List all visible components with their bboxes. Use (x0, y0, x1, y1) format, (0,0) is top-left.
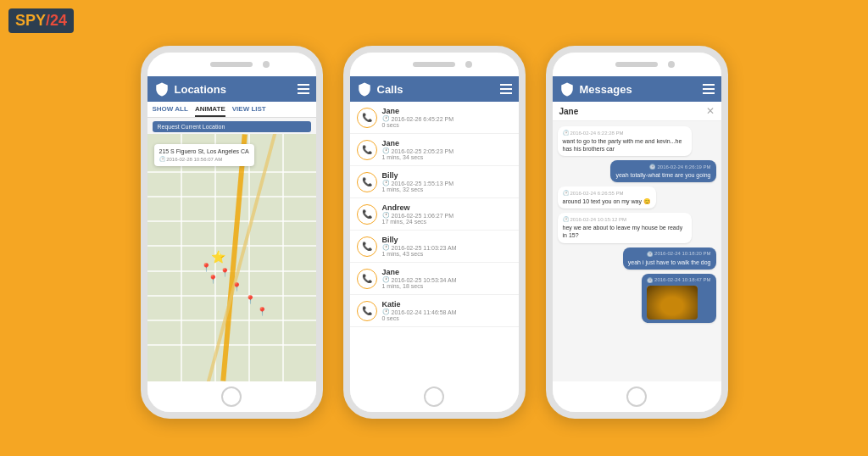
call-item-3[interactable]: 📞 Andrew 🕐2016-02-25 1:06:27 PM 17 mins,… (350, 198, 519, 231)
map-pin-blue-3: 📍 (220, 268, 230, 277)
calls-list: 📞 Jane 🕐2016-02-26 6:45:22 PM 0 secs 📞 J… (350, 102, 519, 381)
msg-text-0: want to go to the party with me and kevi… (563, 137, 687, 153)
camera-3 (668, 61, 675, 68)
call-time-2: 🕐2016-02-25 1:55:13 PM (382, 180, 512, 186)
call-details-4: Billy 🕐2016-02-25 11:03:23 AM 1 mins, 43… (382, 236, 512, 257)
call-time-4: 🕐2016-02-25 11:03:23 AM (382, 244, 512, 251)
phone-screen-2: Calls 📞 Jane 🕐2016-02-26 6:45:22 PM 0 se… (350, 76, 519, 381)
call-icon-5: 📞 (357, 269, 377, 289)
locations-title: Locations (175, 83, 298, 96)
messages-header: Messages (553, 76, 721, 102)
phone-screen-3: Messages Jane ✕ 🕐2016-02-24 6:22:28 PM w… (553, 76, 721, 381)
msg-ts-0: 🕐2016-02-24 6:22:28 PM (563, 130, 687, 136)
map-pin-blue-6: 📍 (257, 307, 267, 316)
locations-header: Locations (147, 76, 316, 102)
call-item-2[interactable]: 📞 Billy 🕐2016-02-25 1:55:13 PM 1 mins, 3… (350, 166, 519, 198)
map-container: 215 S Figuero St, Los Angeles CA 🕐 2016-… (147, 134, 316, 381)
map-timestamp: 2016-02-28 10:56:07 AM (166, 157, 222, 162)
call-item-6[interactable]: 📞 Katie 🕐2016-02-24 11:46:58 AM 0 secs (350, 295, 519, 327)
msg-text-1: yeah totally-what time are you going (615, 171, 710, 179)
phone-bottom-3 (553, 381, 721, 412)
shield-icon-2 (357, 81, 372, 97)
home-button-2[interactable] (424, 386, 444, 407)
call-icon-4: 📞 (357, 236, 377, 257)
call-item-5[interactable]: 📞 Jane 🕐2016-02-25 10:53:34 AM 1 mins, 1… (350, 263, 519, 295)
call-item-4[interactable]: 📞 Billy 🕐2016-02-25 11:03:23 AM 1 mins, … (350, 231, 519, 263)
msg-text-3: hey we are about to leave my house be re… (563, 224, 687, 239)
calls-title: Calls (377, 83, 500, 96)
call-duration-1: 1 mins, 34 secs (382, 154, 512, 160)
hamburger-menu-1[interactable] (298, 84, 309, 94)
msg-bubble-5: 🕐2016-02-24 10:18:47 PM (642, 274, 715, 323)
call-details-1: Jane 🕐2016-02-25 2:05:23 PM 1 mins, 34 s… (382, 139, 512, 160)
msg-bubble-2: 🕐2016-02-24 6:26:55 PM around 10 text yo… (558, 186, 656, 209)
tab-view-list[interactable]: VIEW LIST (232, 105, 266, 117)
call-time-0: 🕐2016-02-26 6:45:22 PM (382, 115, 512, 122)
calls-header: Calls (350, 76, 519, 102)
phone-top-3 (553, 53, 721, 76)
camera-2 (465, 61, 472, 68)
call-details-6: Katie 🕐2016-02-24 11:46:58 AM 0 secs (382, 300, 512, 321)
request-location-btn[interactable]: Request Current Location (153, 121, 311, 132)
phone-locations: Locations SHOW ALL ANIMATE VIEW LIST Req… (141, 46, 323, 419)
call-icon-1: 📞 (357, 140, 377, 160)
msg-contact-bar: Jane ✕ (553, 102, 721, 121)
call-item-0[interactable]: 📞 Jane 🕐2016-02-26 6:45:22 PM 0 secs (350, 102, 519, 134)
call-name-5: Jane (382, 268, 512, 276)
map-pin-blue-1: 📍 (201, 263, 211, 272)
call-time-3: 🕐2016-02-25 1:06:27 PM (382, 212, 512, 219)
msg-bubble-1: 🕐2016-02-24 6:26:19 PM yeah totally-what… (610, 160, 715, 182)
msg-text-2: around 10 text you on my way 😊 (563, 197, 651, 205)
hamburger-menu-2[interactable] (500, 84, 512, 94)
shield-icon-1 (154, 81, 170, 97)
phone-bottom-1 (147, 381, 316, 412)
call-name-2: Billy (382, 171, 512, 180)
call-time-5: 🕐2016-02-25 10:53:34 AM (382, 276, 512, 283)
camera-1 (263, 61, 270, 68)
call-name-6: Katie (382, 300, 512, 309)
call-duration-4: 1 mins, 43 secs (382, 251, 512, 257)
call-name-1: Jane (382, 139, 512, 147)
map-pin-blue-5: 📍 (245, 295, 255, 304)
messages-title: Messages (580, 83, 703, 96)
msg-ts-4: 🕐2016-02-24 10:18:20 PM (628, 251, 711, 257)
call-duration-5: 1 mins, 18 secs (382, 283, 512, 289)
call-details-0: Jane 🕐2016-02-26 6:45:22 PM 0 secs (382, 107, 512, 128)
call-duration-2: 1 mins, 32 secs (382, 186, 512, 192)
msg-dog-image (647, 286, 698, 320)
shield-icon-3 (559, 81, 575, 97)
call-item-1[interactable]: 📞 Jane 🕐2016-02-25 2:05:23 PM 1 mins, 34… (350, 134, 519, 166)
call-name-0: Jane (382, 107, 512, 115)
home-button-3[interactable] (626, 386, 647, 407)
call-time-6: 🕐2016-02-24 11:46:58 AM (382, 309, 512, 315)
logo-num: /24 (46, 12, 67, 29)
phone-top-2 (350, 53, 519, 76)
msg-bubble-4: 🕐2016-02-24 10:18:20 PM yeah i just have… (623, 247, 716, 270)
tab-show-all[interactable]: SHOW ALL (153, 105, 188, 117)
msg-ts-2: 🕐2016-02-24 6:26:55 PM (563, 190, 651, 196)
dog-photo (647, 286, 698, 320)
map-address: 215 S Figuero St, Los Angeles CA (159, 147, 249, 156)
phone-top-1 (147, 53, 316, 76)
call-icon-0: 📞 (357, 108, 377, 128)
msg-close-btn[interactable]: ✕ (706, 105, 715, 117)
map-pin-red: ⭐ (211, 250, 225, 264)
tab-animate[interactable]: ANIMATE (195, 105, 225, 117)
map-pin-blue-4: 📍 (231, 282, 242, 292)
call-name-4: Billy (382, 236, 512, 244)
msg-ts-3: 🕐2016-02-24 10:15:12 PM (563, 216, 687, 222)
msg-bubble-3: 🕐2016-02-24 10:15:12 PM hey we are about… (558, 213, 693, 242)
call-icon-3: 📞 (357, 204, 377, 225)
call-icon-6: 📞 (357, 301, 377, 321)
location-tabs: SHOW ALL ANIMATE VIEW LIST (147, 102, 316, 118)
phone-messages: Messages Jane ✕ 🕐2016-02-24 6:22:28 PM w… (546, 46, 728, 419)
call-details-5: Jane 🕐2016-02-25 10:53:34 AM 1 mins, 18 … (382, 268, 512, 289)
msg-ts-1: 🕐2016-02-24 6:26:19 PM (615, 164, 710, 170)
hamburger-menu-3[interactable] (703, 84, 715, 94)
msg-bubble-0: 🕐2016-02-24 6:22:28 PM want to go to the… (558, 126, 693, 156)
phone-bottom-2 (350, 381, 519, 412)
home-button-1[interactable] (221, 386, 242, 407)
call-details-2: Billy 🕐2016-02-25 1:55:13 PM 1 mins, 32 … (382, 171, 512, 192)
msg-contact-name: Jane (559, 107, 579, 116)
call-details-3: Andrew 🕐2016-02-25 1:06:27 PM 17 mins, 2… (382, 203, 512, 225)
